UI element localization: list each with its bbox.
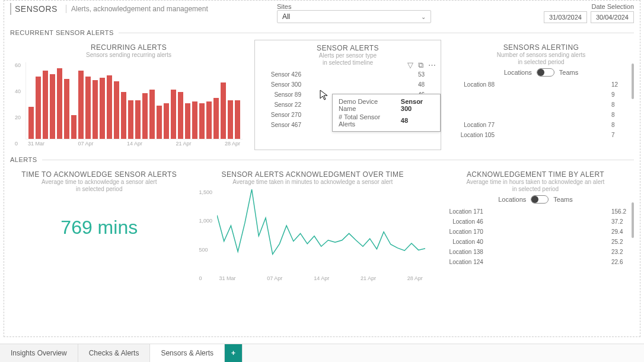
ack-by-alert-sub1: Average time in hours taken to acknowled…: [442, 179, 629, 186]
sensor-alerts-sub1: Alerts per sensor type: [260, 52, 436, 59]
ack-by-alert-sub2: in selected period: [442, 186, 629, 193]
hbar-row[interactable]: Location 1057: [453, 131, 629, 139]
ack-time-title: TIME TO ACKNOWLEDGE SENSOR ALERTS: [15, 170, 184, 179]
sensors-alerting-sub1: Number of sensors sending alerts: [453, 52, 629, 59]
hbar-row[interactable]: 9: [453, 90, 629, 99]
hbar-row[interactable]: Sensor 30048: [260, 80, 436, 88]
hbar-row[interactable]: Location 171156.2: [442, 207, 629, 215]
ack-over-time-y-ticks: 1,5001,0005000: [199, 189, 213, 281]
hbar-row[interactable]: Location 12422.6: [442, 258, 629, 266]
filter-icon[interactable]: ▽: [407, 61, 413, 70]
scroll-indicator[interactable]: [632, 202, 634, 238]
hbar-row[interactable]: Location 13823.2: [442, 247, 629, 256]
recurring-title: RECURRING ALERTS: [15, 43, 243, 52]
ack-over-time-line[interactable]: [217, 189, 425, 272]
hbar-row[interactable]: Sensor 42653: [260, 70, 436, 78]
ack-time-sub2: in selected period: [15, 186, 184, 193]
sites-label: Sites: [277, 3, 534, 10]
card-sensors-alerting: SENSORS ALERTING Number of sensors sendi…: [448, 40, 634, 150]
sensors-alerting-sub2: in selected period: [453, 59, 629, 66]
card-ack-time: TIME TO ACKNOWLEDGE SENSOR ALERTS Averag…: [10, 167, 189, 285]
sensor-alerts-tooltip: Demo Device NameSensor 300 # Total Senso…: [332, 94, 441, 132]
section-recurrent: RECURRENT SENSOR ALERTS: [10, 29, 634, 36]
date-to-input[interactable]: 30/04/2024: [591, 11, 634, 23]
hbar-row[interactable]: Location 8812: [453, 80, 629, 88]
ack-over-time-title: SENSOR ALERTS ACKNOWLEDGMENT OVER TIME: [200, 170, 425, 179]
scroll-indicator[interactable]: [632, 63, 634, 99]
card-sensor-alerts: SENSOR ALERTS Alerts per sensor type in …: [254, 40, 441, 150]
toggle-right-label: Teams: [559, 69, 578, 76]
tab-checks-alerts[interactable]: Checks & Alerts: [78, 344, 151, 362]
ack-time-metric: 769 mins: [15, 217, 184, 239]
page-subtitle: Alerts, acknowledgement and management: [66, 5, 208, 13]
date-from-input[interactable]: 31/03/2024: [544, 11, 587, 23]
toggle-right-label: Teams: [553, 196, 572, 203]
card-ack-over-time: SENSOR ALERTS ACKNOWLEDGMENT OVER TIME A…: [196, 167, 430, 285]
hbar-row[interactable]: Location 17029.4: [442, 227, 629, 236]
card-ack-by-alert: ACKNOWLEDGEMENT TIME BY ALERT Average ti…: [437, 167, 634, 285]
hbar-row[interactable]: Location 4025.2: [442, 237, 629, 246]
hbar-row[interactable]: Location 4637.2: [442, 217, 629, 226]
locations-teams-toggle[interactable]: [537, 68, 554, 77]
more-icon[interactable]: ⋯: [428, 61, 436, 70]
locations-teams-toggle-2[interactable]: [531, 195, 549, 204]
hbar-row[interactable]: 8: [453, 110, 629, 119]
toggle-left-label: Locations: [504, 69, 532, 76]
chevron-down-icon: ⌄: [421, 14, 426, 20]
page-title: SENSORS: [10, 3, 61, 15]
tab-sensors-alerts[interactable]: Sensors & Alerts: [150, 344, 225, 362]
card-recurring-alerts: RECURRING ALERTS Sensors sending recurri…: [10, 40, 247, 150]
ack-by-alert-title: ACKNOWLEDGEMENT TIME BY ALERT: [442, 170, 629, 179]
sensors-alerting-title: SENSORS ALERTING: [453, 43, 629, 52]
recurring-bars[interactable]: [25, 62, 243, 139]
recurring-y-ticks: 6040200: [15, 62, 21, 147]
hbar-row[interactable]: 8: [453, 100, 629, 109]
ack-time-sub1: Average time to acknowledge a sensor ale…: [15, 179, 184, 186]
ack-by-alert-bars[interactable]: Location 171156.2Location 4637.2Location…: [442, 207, 629, 266]
date-label: Date Selection: [544, 3, 634, 10]
toggle-left-label: Locations: [498, 196, 526, 203]
ack-over-time-sub: Average time taken in minutes to acknowl…: [200, 179, 425, 186]
sites-dropdown[interactable]: All ⌄: [277, 10, 431, 23]
tab-insights-overview[interactable]: Insights Overview: [0, 344, 78, 362]
section-alerts: ALERTS: [10, 156, 634, 163]
report-tabs: Insights Overview Checks & Alerts Sensor…: [0, 344, 644, 362]
ack-over-time-x-ticks: 31 Mar07 Apr14 Apr21 Apr28 Apr: [217, 274, 425, 281]
recurring-sub: Sensors sending recurring alerts: [15, 52, 243, 59]
focus-icon[interactable]: ⧉: [418, 61, 423, 70]
hbar-row[interactable]: Location 778: [453, 120, 629, 129]
sites-value: All: [282, 12, 290, 21]
recurring-x-ticks: 31 Mar07 Apr14 Apr21 Apr28 Apr: [25, 139, 243, 147]
sensors-alerting-bars[interactable]: Location 8812988Location 778Location 105…: [453, 80, 629, 139]
header-row: SENSORS Alerts, acknowledgement and mana…: [10, 3, 634, 23]
tab-add[interactable]: +: [225, 344, 243, 362]
sensor-alerts-title: SENSOR ALERTS: [260, 44, 436, 52]
